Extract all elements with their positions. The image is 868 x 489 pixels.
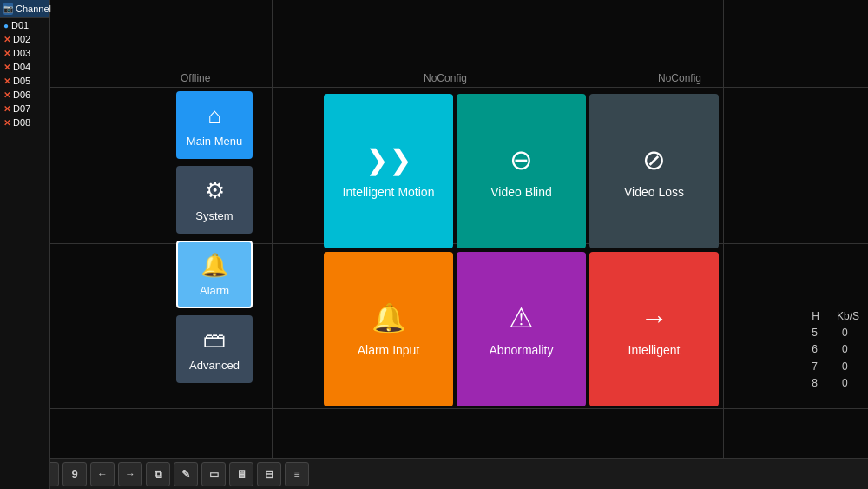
channel-item-d04[interactable]: ✕D04 bbox=[0, 60, 49, 74]
advanced-icon: 🗃 bbox=[203, 327, 226, 354]
channel-item-d03[interactable]: ✕D03 bbox=[0, 46, 49, 60]
advanced-label: Advanced bbox=[189, 359, 240, 372]
record-button[interactable]: ⊟ bbox=[257, 462, 281, 486]
advanced-button[interactable]: 🗃 Advanced bbox=[176, 315, 253, 383]
channel-x-mark: ✕ bbox=[3, 104, 10, 114]
snapshot-button[interactable]: ▭ bbox=[201, 462, 226, 486]
prev-button[interactable]: ← bbox=[90, 462, 115, 486]
channel-x-mark: ✕ bbox=[3, 118, 10, 128]
blind-icon: ⊖ bbox=[510, 143, 533, 176]
next-button[interactable]: → bbox=[118, 462, 142, 486]
channel-item-d02[interactable]: ✕D02 bbox=[0, 32, 49, 46]
channel-item-d06[interactable]: ✕D06 bbox=[0, 88, 49, 102]
stats-data-rows: 50607080 bbox=[812, 325, 859, 392]
system-label: System bbox=[195, 209, 233, 222]
channel-label: D03 bbox=[13, 48, 30, 58]
alarm-label: Alarm bbox=[200, 284, 229, 297]
channel-item-d08[interactable]: ✕D08 bbox=[0, 116, 49, 129]
tile-video-loss-label: Video Loss bbox=[624, 185, 684, 199]
tiles-grid: ❯❯ Intelligent Motion ⊖ Video Blind ⊘ Vi… bbox=[324, 94, 719, 406]
channel-x-mark: ✕ bbox=[3, 35, 10, 44]
view-9-button[interactable]: 9 bbox=[62, 462, 87, 486]
channel-label: D06 bbox=[13, 89, 30, 100]
bell-icon: 🔔 bbox=[201, 252, 228, 279]
tile-intelligent[interactable]: → Intelligent bbox=[589, 252, 719, 406]
tile-intelligent-motion[interactable]: ❯❯ Intelligent Motion bbox=[324, 94, 453, 248]
hdiv-1 bbox=[50, 87, 868, 88]
tile-intelligent-label: Intelligent bbox=[628, 343, 681, 357]
stats-header-row: H Kb/S bbox=[812, 308, 859, 325]
stats-val: 0 bbox=[842, 359, 848, 375]
alarm-button[interactable]: 🔔 Alarm bbox=[176, 241, 253, 308]
stats-ch: 8 bbox=[812, 375, 818, 392]
tile-video-blind[interactable]: ⊖ Video Blind bbox=[457, 94, 586, 248]
fullscreen-button[interactable]: ⧉ bbox=[146, 462, 170, 486]
sidebar-title: Channel bbox=[16, 3, 51, 14]
toolbar: 1 4 9 ← → ⧉ ✎ ▭ 🖥 ⊟ ≡ bbox=[0, 458, 868, 489]
main-menu-label: Main Menu bbox=[187, 135, 242, 148]
channel-label: D05 bbox=[13, 76, 30, 86]
intelligent-icon: → bbox=[641, 302, 668, 334]
menu-button[interactable]: ≡ bbox=[285, 462, 309, 486]
tile-alarm-input-label: Alarm Input bbox=[358, 343, 420, 357]
system-button[interactable]: ⚙ System bbox=[176, 166, 253, 234]
sidebar: 📷 Channel ●D01✕D02✕D03✕D04✕D05✕D06✕D07✕D… bbox=[0, 0, 50, 489]
stats-row: 70 bbox=[812, 359, 859, 375]
channel-item-d01[interactable]: ●D01 bbox=[0, 18, 49, 32]
home-icon: ⌂ bbox=[207, 102, 221, 129]
main-area: Offline NoConfig NoConfig No NoConfig No… bbox=[50, 0, 868, 489]
channel-x-mark: ✕ bbox=[3, 90, 10, 100]
tile-abnormality-label: Abnormality bbox=[490, 343, 554, 357]
main-menu-button[interactable]: ⌂ Main Menu bbox=[176, 91, 253, 159]
tile-alarm-input[interactable]: 🔔 Alarm Input bbox=[324, 252, 453, 406]
noconfig-top-center: NoConfig bbox=[424, 72, 467, 84]
hdiv-3 bbox=[50, 408, 868, 409]
tile-video-blind-label: Video Blind bbox=[490, 185, 552, 199]
channel-list: ●D01✕D02✕D03✕D04✕D05✕D06✕D07✕D08 bbox=[0, 18, 49, 129]
motion-icon: ❯❯ bbox=[365, 143, 412, 176]
channel-label: D01 bbox=[11, 20, 29, 30]
stats-h-header: H bbox=[812, 308, 819, 325]
vdiv-1 bbox=[272, 0, 273, 489]
monitor-button[interactable]: 🖥 bbox=[229, 462, 253, 486]
menu-panel: ⌂ Main Menu ⚙ System 🔔 Alarm 🗃 Advanced bbox=[176, 91, 263, 383]
stats-kbs-header: Kb/S bbox=[837, 308, 859, 325]
vdiv-3 bbox=[723, 0, 724, 489]
channel-label: D07 bbox=[13, 103, 30, 114]
stats-ch: 6 bbox=[812, 341, 818, 358]
stats-row: 60 bbox=[812, 341, 859, 358]
channel-x-mark: ✕ bbox=[3, 63, 10, 72]
tile-intelligent-motion-label: Intelligent Motion bbox=[343, 185, 435, 199]
stats-row: 80 bbox=[812, 375, 859, 392]
stats-val: 0 bbox=[842, 375, 848, 392]
offline-label: Offline bbox=[181, 72, 210, 84]
stats-ch: 5 bbox=[812, 325, 818, 341]
loss-icon: ⊘ bbox=[642, 143, 666, 176]
stats-row: 50 bbox=[812, 325, 859, 341]
abnormality-icon: ⚠ bbox=[509, 301, 534, 334]
channel-x-mark: ✕ bbox=[3, 49, 10, 58]
tile-video-loss[interactable]: ⊘ Video Loss bbox=[589, 94, 719, 248]
channel-icon: 📷 bbox=[3, 3, 13, 15]
channel-x-mark: ✕ bbox=[3, 76, 10, 86]
stats-ch: 7 bbox=[812, 359, 818, 375]
channel-label: D04 bbox=[13, 62, 30, 72]
tile-abnormality[interactable]: ⚠ Abnormality bbox=[457, 252, 586, 406]
stats-val: 0 bbox=[842, 325, 848, 341]
channel-label: D08 bbox=[13, 117, 30, 128]
channel-x-mark: ● bbox=[3, 21, 9, 30]
sidebar-header: 📷 Channel bbox=[0, 0, 49, 18]
channel-item-d07[interactable]: ✕D07 bbox=[0, 102, 49, 116]
stats-panel: H Kb/S 50607080 bbox=[812, 308, 859, 392]
alarm-input-icon: 🔔 bbox=[372, 301, 406, 334]
noconfig-top-right: NoConfig bbox=[658, 72, 701, 84]
channel-item-d05[interactable]: ✕D05 bbox=[0, 74, 49, 88]
stats-val: 0 bbox=[842, 341, 848, 358]
channel-label: D02 bbox=[13, 34, 30, 44]
edit-button[interactable]: ✎ bbox=[174, 462, 198, 486]
gear-icon: ⚙ bbox=[205, 177, 225, 204]
